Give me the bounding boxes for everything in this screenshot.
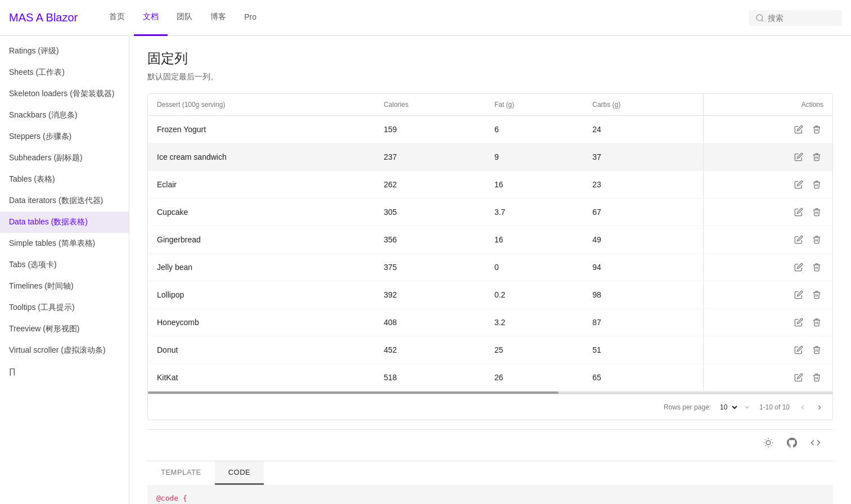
nav-link-团队[interactable]: 团队: [168, 0, 201, 36]
sidebar-item-4[interactable]: Steppers (步骤条): [0, 126, 129, 147]
sidebar-item-14[interactable]: Virtual scroller (虚拟滚动条): [0, 340, 129, 361]
edit-icon: [794, 263, 803, 272]
main-layout: Ratings (评级)Sheets (工作表)Skeleton loaders…: [0, 36, 851, 504]
cell-8-3: 51: [583, 336, 704, 364]
rows-per-page-select[interactable]: 10 25 50: [715, 402, 739, 413]
delete-button[interactable]: [810, 288, 823, 302]
sidebar-item-0[interactable]: Ratings (评级): [0, 40, 129, 62]
sidebar-item-15[interactable]: ∏: [0, 361, 129, 381]
sidebar-item-12[interactable]: Tooltips (工具提示): [0, 297, 129, 318]
cell-8-2: 25: [485, 336, 583, 364]
sidebar-item-8[interactable]: Data tables (数据表格): [0, 212, 129, 233]
edit-button[interactable]: [792, 123, 805, 136]
edit-button[interactable]: [792, 260, 805, 274]
search-input[interactable]: [768, 14, 835, 22]
table-row: Jelly bean375094: [148, 254, 832, 281]
sidebar-item-2[interactable]: Skeleton loaders (骨架装载器): [0, 83, 129, 105]
content-area: 固定列 默认固定最后一列。 Dessert (100g serving)Calo…: [129, 36, 851, 504]
sidebar-item-1[interactable]: Sheets (工作表): [0, 62, 129, 83]
code-preview: @code {: [147, 485, 833, 504]
delete-button[interactable]: [810, 371, 823, 384]
cell-9-2: 26: [485, 364, 583, 392]
trash-icon: [812, 235, 821, 244]
sidebar-item-5[interactable]: Subheaders (副标题): [0, 147, 129, 169]
delete-button[interactable]: [810, 343, 823, 357]
edit-button[interactable]: [792, 233, 805, 246]
cell-3-0: Cupcake: [148, 199, 375, 226]
cell-1-0: Ice cream sandwich: [148, 143, 375, 171]
edit-icon: [794, 208, 803, 217]
table-row: Honeycomb4083.287: [148, 309, 832, 336]
edit-button[interactable]: [792, 178, 805, 191]
cell-1-1: 237: [375, 143, 485, 171]
cell-actions-3: [704, 199, 832, 226]
nav-link-博客[interactable]: 博客: [201, 0, 235, 36]
svg-line-1: [762, 20, 763, 21]
delete-button[interactable]: [810, 233, 823, 246]
sidebar-item-10[interactable]: Tabs (选项卡): [0, 254, 129, 276]
edit-button[interactable]: [792, 316, 805, 329]
github-button[interactable]: [784, 434, 800, 454]
pagination: Rows per page: 10 25 50 1-10 of 10 ‹ ›: [148, 394, 832, 420]
edit-button[interactable]: [792, 288, 805, 302]
table-row: Cupcake3053.767: [148, 199, 832, 226]
cell-5-3: 94: [583, 254, 704, 281]
edit-icon: [794, 290, 803, 299]
theme-toggle-button[interactable]: [760, 434, 777, 454]
trash-icon: [812, 318, 821, 327]
nav-link-Pro[interactable]: Pro: [235, 0, 265, 36]
tab-code[interactable]: CODE: [215, 461, 264, 485]
github-icon: [787, 438, 797, 448]
search-bar[interactable]: [749, 10, 842, 26]
edit-button[interactable]: [792, 371, 805, 384]
cell-0-3: 24: [583, 116, 704, 143]
cell-3-2: 3.7: [485, 199, 583, 226]
cell-0-1: 159: [375, 116, 485, 143]
cell-actions-5: [704, 254, 832, 281]
sidebar-item-13[interactable]: Treeview (树形视图): [0, 318, 129, 340]
nav-link-文档[interactable]: 文档: [134, 0, 168, 36]
cell-1-3: 37: [583, 143, 704, 171]
prev-page-button[interactable]: ‹: [799, 399, 807, 415]
nav-link-首页[interactable]: 首页: [100, 0, 134, 36]
delete-button[interactable]: [810, 205, 823, 219]
sidebar-item-7[interactable]: Data iterators (数据迭代器): [0, 190, 129, 212]
svg-line-5: [765, 439, 766, 440]
cell-9-1: 518: [375, 364, 485, 392]
svg-line-9: [765, 446, 766, 446]
sidebar-item-3[interactable]: Snackbars (消息条): [0, 105, 129, 126]
delete-button[interactable]: [810, 123, 823, 136]
expand-code-button[interactable]: [807, 434, 824, 454]
tabs-bar: TEMPLATECODE: [147, 461, 833, 485]
delete-button[interactable]: [810, 150, 823, 164]
code-text: @code {: [156, 494, 187, 502]
delete-button[interactable]: [810, 178, 823, 191]
sidebar-item-9[interactable]: Simple tables (简单表格): [0, 233, 129, 254]
cell-5-0: Jelly bean: [148, 254, 375, 281]
table-scroll[interactable]: Dessert (100g serving)CaloriesFat (g)Car…: [148, 94, 832, 392]
data-table-container: Dessert (100g serving)CaloriesFat (g)Car…: [147, 93, 833, 420]
delete-button[interactable]: [810, 316, 823, 329]
delete-button[interactable]: [810, 260, 823, 274]
cell-8-1: 452: [375, 336, 485, 364]
edit-button[interactable]: [792, 205, 805, 219]
cell-7-1: 408: [375, 309, 485, 336]
trash-icon: [812, 290, 821, 299]
cell-2-3: 23: [583, 171, 704, 199]
theme-icon: [763, 438, 773, 448]
cell-actions-7: [704, 309, 832, 336]
edit-button[interactable]: [792, 150, 805, 164]
table-row: Gingerbread3561649: [148, 226, 832, 254]
svg-point-0: [757, 15, 763, 21]
cell-3-3: 67: [583, 199, 704, 226]
sidebar-item-11[interactable]: Timelines (时间轴): [0, 276, 129, 297]
cell-2-2: 16: [485, 171, 583, 199]
sidebar-item-6[interactable]: Tables (表格): [0, 169, 129, 190]
tab-template[interactable]: TEMPLATE: [147, 461, 215, 485]
next-page-button[interactable]: ›: [816, 399, 823, 415]
cell-actions-9: [704, 364, 832, 392]
trash-icon: [812, 152, 821, 161]
edit-button[interactable]: [792, 343, 805, 357]
table-row: Donut4522551: [148, 336, 832, 364]
cell-actions-2: [704, 171, 832, 199]
